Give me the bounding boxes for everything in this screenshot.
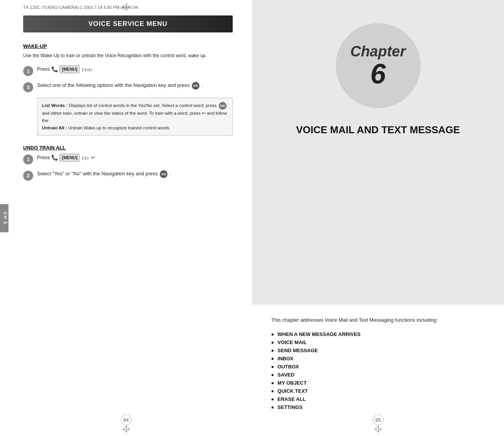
page-number-right: 95 [373,414,384,425]
list-item-3: SEND MESSAGE [271,346,485,355]
step-1-circle: 1 [23,66,33,76]
list-item-9: ERASE ALL [271,395,485,403]
undo-step-2-circle: 2 [23,171,33,181]
phone-icon-2: 📞 [51,154,58,162]
chapter-header-area: Chapter 6 VOICE MAIL AND TEXT MESSAGE [252,0,504,305]
reg-mark-bottom-left [122,425,130,433]
file-info: TX-120C-7/14(NO-CAMERA)-1 2003.7.14 5:55… [23,5,138,10]
list-item-1: WHEN A NEW MESSAGE ARRIVES [271,330,485,338]
step-3-circle: 3 [23,82,33,92]
undo-step-1: 1 Press 📞 [MENU] ▷▷ ↩ [23,154,233,165]
ok-button-1: OK [192,82,200,90]
undo-train-all-title: UNDO TRAIN ALL [23,145,233,151]
chapter-list: WHEN A NEW MESSAGE ARRIVES VOICE MAIL SE… [271,330,485,411]
left-page: TX-120C-7/14(NO-CAMERA)-1 2003.7.14 5:55… [0,0,252,436]
wake-up-description: Use the Wake-Up to train or untrain the … [23,52,233,59]
wake-up-title: WAKE-UP [23,43,233,49]
step-1-text: Press 📞 [MENU] ▷▷▷ [37,65,93,73]
wake-up-step-3: 3 Select one of the following options wi… [23,81,233,92]
right-page: CH6 Chapter 6 VOICE MAIL AND TEXT MESSAG… [252,0,504,436]
page-number-left: 94 [121,414,132,425]
untrain-all-text: Untrain Wake-up to recognize trained con… [68,126,171,130]
chapter-tab-left: CH 5 [0,204,8,232]
chapter-intro: This chapter addresses Voice Mail and Te… [271,316,485,324]
list-item-8: QUICK TEXT [271,387,485,395]
wake-up-step-1: 1 Press 📞 [MENU] ▷▷▷ [23,65,233,76]
menu-key-2: [MENU] [59,154,79,162]
undo-step-1-circle: 1 [23,154,33,165]
untrain-all-label: Untrain All : [42,126,67,130]
list-item-2: VOICE MAIL [271,338,485,346]
list-item-6: SAVED [271,371,485,379]
step-3-text: Select one of the following options with… [37,81,203,90]
list-item-4: INBOX [271,355,485,363]
chapter-label: Chapter [350,44,406,60]
page-header: VOICE SERVICE MENU [23,15,233,32]
chapter-number: 6 [370,60,386,88]
nav-arrows-2: ▷▷ [82,154,89,161]
undo-step-2-text: Select "Yes" or "No" with the Navigation… [37,170,171,178]
list-words-text2: and either train, untrain or view the st… [42,111,201,115]
ok-button-inline: OK [219,102,227,110]
phone-icon: 📞 [51,65,58,73]
list-item-5: OUTBOX [271,363,485,371]
undo-step-1-text: Press 📞 [MENU] ▷▷ ↩ [37,154,95,162]
end-icon: ↩ [91,155,95,160]
train-icon: ↩ [202,110,206,116]
chapter-circle: Chapter 6 [336,23,421,108]
nav-arrows-1: ▷▷▷ [82,66,93,73]
list-item-7: MY OBJECT [271,379,485,387]
list-words-text: Displays list of control words in the Ye… [69,103,216,108]
list-words-label: List Words : [42,103,68,108]
undo-step-2: 2 Select "Yes" or "No" with the Navigati… [23,170,233,181]
info-box: List Words : Displays list of control wo… [37,98,233,136]
menu-key: [MENU] [59,65,79,73]
ok-button-2: OK [160,170,167,178]
reg-mark-bottom-right [374,425,382,433]
chapter-title: VOICE MAIL AND TEXT MESSAGE [273,124,483,137]
list-item-10: SETTINGS [271,403,485,411]
